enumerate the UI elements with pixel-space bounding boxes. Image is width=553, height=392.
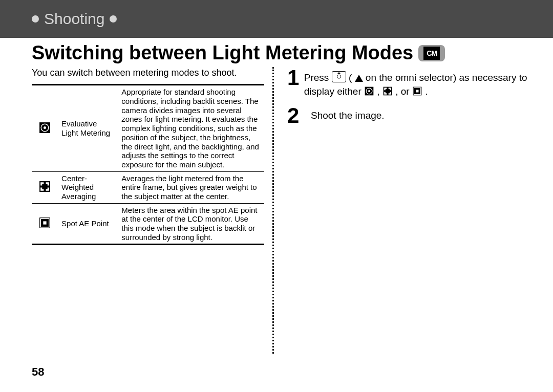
vertical-dotted-divider xyxy=(272,67,284,354)
manual-page: Shooting Switching between Light Meterin… xyxy=(0,0,553,392)
mode-badge: CM xyxy=(418,45,445,61)
mode-description: Appropriate for standard shooting condit… xyxy=(117,85,264,171)
step-2: 2 Shoot the image. xyxy=(287,105,538,125)
bullet-icon xyxy=(32,15,39,23)
mode-description: Meters the area within the spot AE point… xyxy=(117,203,264,245)
intro-text: You can switch between metering modes to… xyxy=(32,67,269,79)
evaluative-metering-icon xyxy=(364,86,374,100)
svg-rect-6 xyxy=(43,221,46,224)
step-text-fragment: Press xyxy=(304,72,332,83)
mode-name: Center-Weighted Averaging xyxy=(57,171,117,203)
spot-ae-metering-icon xyxy=(38,216,51,229)
section-label: Shooting xyxy=(44,10,104,28)
mode-name: Evaluative Light Metering xyxy=(57,85,117,171)
bullet-icon xyxy=(110,15,117,23)
up-arrow-icon xyxy=(355,75,363,82)
left-column: You can switch between metering modes to… xyxy=(32,67,269,354)
spot-ae-metering-icon xyxy=(412,86,422,100)
step-text-fragment: ( xyxy=(349,72,352,83)
table-row: Evaluative Light Metering Appropriate fo… xyxy=(32,85,264,171)
mode-description: Averages the light metered from the enti… xyxy=(117,171,264,203)
right-column: 1 Press ( on the omni selector) as neces… xyxy=(284,67,538,354)
svg-rect-13 xyxy=(416,90,418,92)
section-header-bar: Shooting xyxy=(0,0,553,38)
table-row: Center-Weighted Averaging Averages the l… xyxy=(32,171,264,203)
step-2-text: Shoot the image. xyxy=(311,109,385,125)
table-row: Spot AE Point Meters the area within the… xyxy=(32,203,264,245)
mode-name: Spot AE Point xyxy=(57,203,117,245)
step-text-fragment: . xyxy=(425,86,428,97)
step-number: 1 xyxy=(287,68,301,100)
page-title-row: Switching between Light Metering Modes C… xyxy=(32,42,553,64)
mode-badge-label: CM xyxy=(423,47,440,60)
step-1: 1 Press ( on the omni selector) as neces… xyxy=(287,67,538,100)
center-weighted-metering-icon xyxy=(38,180,51,193)
metering-button-icon xyxy=(332,71,346,82)
center-weighted-metering-icon xyxy=(382,86,393,100)
svg-point-2 xyxy=(44,126,46,129)
step-text-fragment: , or xyxy=(395,86,412,97)
step-1-text: Press ( on the omni selector) as necessa… xyxy=(304,71,538,100)
page-number: 58 xyxy=(32,365,44,379)
page-title: Switching between Light Metering Modes xyxy=(32,42,413,64)
svg-point-9 xyxy=(368,90,370,92)
metering-modes-table: Evaluative Light Metering Appropriate fo… xyxy=(32,84,264,245)
step-number: 2 xyxy=(287,106,308,125)
evaluative-metering-icon xyxy=(38,121,51,134)
step-text-fragment: , xyxy=(377,86,382,97)
